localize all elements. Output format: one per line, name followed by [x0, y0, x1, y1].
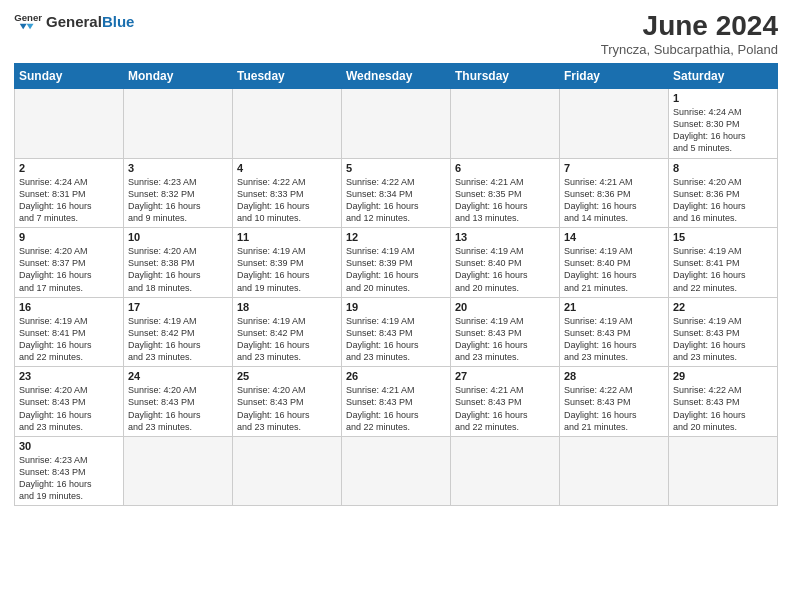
calendar-cell: 11Sunrise: 4:19 AM Sunset: 8:39 PM Dayli… — [233, 228, 342, 298]
calendar-cell — [124, 89, 233, 159]
calendar-cell — [124, 436, 233, 506]
weekday-header-monday: Monday — [124, 64, 233, 89]
calendar-cell: 24Sunrise: 4:20 AM Sunset: 8:43 PM Dayli… — [124, 367, 233, 437]
calendar-cell — [342, 436, 451, 506]
calendar-cell — [560, 436, 669, 506]
day-number: 21 — [564, 301, 664, 313]
svg-text:General: General — [14, 12, 42, 23]
calendar-cell: 23Sunrise: 4:20 AM Sunset: 8:43 PM Dayli… — [15, 367, 124, 437]
day-info: Sunrise: 4:24 AM Sunset: 8:30 PM Dayligh… — [673, 106, 773, 155]
calendar-cell — [233, 436, 342, 506]
day-info: Sunrise: 4:19 AM Sunset: 8:42 PM Dayligh… — [237, 315, 337, 364]
calendar-cell: 18Sunrise: 4:19 AM Sunset: 8:42 PM Dayli… — [233, 297, 342, 367]
calendar-cell: 28Sunrise: 4:22 AM Sunset: 8:43 PM Dayli… — [560, 367, 669, 437]
day-info: Sunrise: 4:20 AM Sunset: 8:43 PM Dayligh… — [237, 384, 337, 433]
calendar-cell: 15Sunrise: 4:19 AM Sunset: 8:41 PM Dayli… — [669, 228, 778, 298]
generalblue-icon: General — [14, 10, 42, 32]
day-number: 3 — [128, 162, 228, 174]
day-number: 19 — [346, 301, 446, 313]
calendar-cell — [451, 436, 560, 506]
day-number: 28 — [564, 370, 664, 382]
page: General GeneralBlue June 2024 Tryncza, S… — [0, 0, 792, 514]
day-info: Sunrise: 4:19 AM Sunset: 8:39 PM Dayligh… — [237, 245, 337, 294]
weekday-header-row: SundayMondayTuesdayWednesdayThursdayFrid… — [15, 64, 778, 89]
calendar-week-1: 1Sunrise: 4:24 AM Sunset: 8:30 PM Daylig… — [15, 89, 778, 159]
calendar-cell: 25Sunrise: 4:20 AM Sunset: 8:43 PM Dayli… — [233, 367, 342, 437]
day-number: 23 — [19, 370, 119, 382]
calendar-cell: 12Sunrise: 4:19 AM Sunset: 8:39 PM Dayli… — [342, 228, 451, 298]
calendar-cell: 5Sunrise: 4:22 AM Sunset: 8:34 PM Daylig… — [342, 158, 451, 228]
calendar-cell: 13Sunrise: 4:19 AM Sunset: 8:40 PM Dayli… — [451, 228, 560, 298]
calendar-cell: 21Sunrise: 4:19 AM Sunset: 8:43 PM Dayli… — [560, 297, 669, 367]
day-info: Sunrise: 4:19 AM Sunset: 8:43 PM Dayligh… — [455, 315, 555, 364]
day-info: Sunrise: 4:22 AM Sunset: 8:43 PM Dayligh… — [564, 384, 664, 433]
header: General GeneralBlue June 2024 Tryncza, S… — [14, 10, 778, 57]
title-area: June 2024 Tryncza, Subcarpathia, Poland — [601, 10, 778, 57]
day-info: Sunrise: 4:20 AM Sunset: 8:36 PM Dayligh… — [673, 176, 773, 225]
day-info: Sunrise: 4:23 AM Sunset: 8:43 PM Dayligh… — [19, 454, 119, 503]
day-info: Sunrise: 4:22 AM Sunset: 8:34 PM Dayligh… — [346, 176, 446, 225]
day-number: 4 — [237, 162, 337, 174]
calendar-cell: 10Sunrise: 4:20 AM Sunset: 8:38 PM Dayli… — [124, 228, 233, 298]
calendar-cell: 6Sunrise: 4:21 AM Sunset: 8:35 PM Daylig… — [451, 158, 560, 228]
day-number: 26 — [346, 370, 446, 382]
day-number: 16 — [19, 301, 119, 313]
day-number: 20 — [455, 301, 555, 313]
day-info: Sunrise: 4:19 AM Sunset: 8:39 PM Dayligh… — [346, 245, 446, 294]
day-number: 11 — [237, 231, 337, 243]
calendar-cell: 3Sunrise: 4:23 AM Sunset: 8:32 PM Daylig… — [124, 158, 233, 228]
day-number: 24 — [128, 370, 228, 382]
calendar-week-4: 16Sunrise: 4:19 AM Sunset: 8:41 PM Dayli… — [15, 297, 778, 367]
day-number: 22 — [673, 301, 773, 313]
day-info: Sunrise: 4:21 AM Sunset: 8:43 PM Dayligh… — [346, 384, 446, 433]
day-info: Sunrise: 4:19 AM Sunset: 8:40 PM Dayligh… — [455, 245, 555, 294]
calendar-cell: 2Sunrise: 4:24 AM Sunset: 8:31 PM Daylig… — [15, 158, 124, 228]
calendar-cell: 9Sunrise: 4:20 AM Sunset: 8:37 PM Daylig… — [15, 228, 124, 298]
day-info: Sunrise: 4:21 AM Sunset: 8:43 PM Dayligh… — [455, 384, 555, 433]
calendar-cell — [342, 89, 451, 159]
day-info: Sunrise: 4:22 AM Sunset: 8:43 PM Dayligh… — [673, 384, 773, 433]
day-info: Sunrise: 4:20 AM Sunset: 8:43 PM Dayligh… — [128, 384, 228, 433]
month-title: June 2024 — [601, 10, 778, 42]
day-number: 30 — [19, 440, 119, 452]
calendar-cell: 20Sunrise: 4:19 AM Sunset: 8:43 PM Dayli… — [451, 297, 560, 367]
day-info: Sunrise: 4:24 AM Sunset: 8:31 PM Dayligh… — [19, 176, 119, 225]
day-number: 6 — [455, 162, 555, 174]
calendar-cell — [451, 89, 560, 159]
day-number: 29 — [673, 370, 773, 382]
weekday-header-sunday: Sunday — [15, 64, 124, 89]
day-info: Sunrise: 4:19 AM Sunset: 8:41 PM Dayligh… — [673, 245, 773, 294]
day-info: Sunrise: 4:20 AM Sunset: 8:43 PM Dayligh… — [19, 384, 119, 433]
calendar-cell: 1Sunrise: 4:24 AM Sunset: 8:30 PM Daylig… — [669, 89, 778, 159]
day-info: Sunrise: 4:19 AM Sunset: 8:43 PM Dayligh… — [564, 315, 664, 364]
weekday-header-friday: Friday — [560, 64, 669, 89]
logo-text: GeneralBlue — [46, 14, 134, 29]
day-number: 17 — [128, 301, 228, 313]
day-number: 10 — [128, 231, 228, 243]
weekday-header-saturday: Saturday — [669, 64, 778, 89]
weekday-header-wednesday: Wednesday — [342, 64, 451, 89]
calendar-cell: 17Sunrise: 4:19 AM Sunset: 8:42 PM Dayli… — [124, 297, 233, 367]
svg-marker-2 — [27, 24, 34, 30]
calendar-week-2: 2Sunrise: 4:24 AM Sunset: 8:31 PM Daylig… — [15, 158, 778, 228]
day-info: Sunrise: 4:22 AM Sunset: 8:33 PM Dayligh… — [237, 176, 337, 225]
calendar-cell: 26Sunrise: 4:21 AM Sunset: 8:43 PM Dayli… — [342, 367, 451, 437]
calendar-cell: 27Sunrise: 4:21 AM Sunset: 8:43 PM Dayli… — [451, 367, 560, 437]
day-number: 5 — [346, 162, 446, 174]
day-info: Sunrise: 4:19 AM Sunset: 8:40 PM Dayligh… — [564, 245, 664, 294]
calendar-cell: 30Sunrise: 4:23 AM Sunset: 8:43 PM Dayli… — [15, 436, 124, 506]
weekday-header-thursday: Thursday — [451, 64, 560, 89]
day-number: 12 — [346, 231, 446, 243]
subtitle: Tryncza, Subcarpathia, Poland — [601, 42, 778, 57]
calendar-cell: 7Sunrise: 4:21 AM Sunset: 8:36 PM Daylig… — [560, 158, 669, 228]
calendar-cell: 16Sunrise: 4:19 AM Sunset: 8:41 PM Dayli… — [15, 297, 124, 367]
day-info: Sunrise: 4:21 AM Sunset: 8:36 PM Dayligh… — [564, 176, 664, 225]
calendar-week-3: 9Sunrise: 4:20 AM Sunset: 8:37 PM Daylig… — [15, 228, 778, 298]
weekday-header-tuesday: Tuesday — [233, 64, 342, 89]
calendar-cell — [669, 436, 778, 506]
day-number: 15 — [673, 231, 773, 243]
logo: General GeneralBlue — [14, 10, 134, 32]
day-number: 8 — [673, 162, 773, 174]
day-number: 18 — [237, 301, 337, 313]
calendar-cell — [560, 89, 669, 159]
